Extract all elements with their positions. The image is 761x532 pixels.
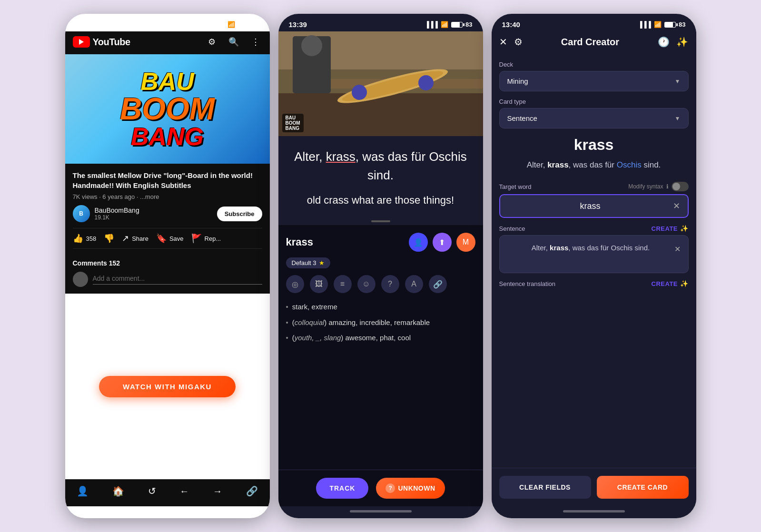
channel-avatar: B [73,205,90,222]
target-word-value: krass [508,201,673,211]
battery-icon-2 [451,22,463,28]
action-bar: 👍 358 👎 ↗ Share 🔖 Save 🚩 Rep... [73,228,262,249]
wifi-icon: 📶 [227,21,235,28]
modify-syntax-row: Modify syntax ℹ [628,182,688,191]
dislike-button[interactable]: 👎 [104,233,114,244]
dict-export-icon[interactable]: ⬆ [433,233,452,252]
comment-input[interactable]: Add a comment... [93,275,262,285]
report-button[interactable]: 🚩 Rep... [191,233,221,244]
cast-icon[interactable]: ⚙ [205,35,218,49]
translate-tab[interactable]: A [405,275,423,293]
subscribe-button[interactable]: Subscribe [217,207,262,221]
dict-migaku-icon[interactable]: M [456,233,475,252]
more-icon[interactable]: ⋮ [249,35,262,49]
reload-nav-icon[interactable]: ↺ [148,485,156,497]
comments-section: Comments 152 Add a comment... [65,253,270,294]
create-sparkle-2: ✨ [680,280,689,287]
cc-header-right: 🕐 ✨ [658,36,688,48]
home-indicator-1 [137,510,198,512]
create-label-text-2: CREATE [652,280,678,287]
sparkle-icon[interactable]: ✨ [676,36,688,48]
target-word-label: Target word [499,183,532,190]
definition-1: • stark, extreme [286,302,475,313]
cc-header-left: ✕ ⚙ [499,36,523,48]
comments-title: Comments 152 [73,259,262,267]
like-button[interactable]: 👍 358 [73,233,97,244]
sentence-clear[interactable]: ✕ [674,243,681,256]
oschis-highlight: Oschis [617,160,642,169]
svg-point-9 [301,35,322,56]
youth-em: youth, _, slang [295,334,341,342]
target-word-row: Target word Modify syntax ℹ [499,182,689,191]
share-icon: ↗ [122,233,129,244]
video-info: The smallest Mellow Drive "long"-Board i… [65,164,270,253]
search-icon[interactable]: 🔍 [227,35,240,49]
wifi-icon-3: 📶 [654,21,662,28]
youtube-logo: YouTube [73,36,130,48]
yt-toolbar-icons: ⚙ 🔍 ⋮ [205,35,262,49]
unknown-icon: ? [385,483,395,493]
deck-select[interactable]: Mining ▼ [499,71,689,91]
face-tab[interactable]: ☺ [357,275,376,293]
image-tab[interactable]: 🖼 [310,275,328,293]
sentence-preview: Alter, krass, was das für Oschis sind. [499,158,689,171]
status-bar-1: 13:32 ▐▐▐ 📶 86 [65,14,270,31]
unknown-button[interactable]: ? UNKNOWN [376,478,445,499]
save-button[interactable]: 🔖 Save [156,233,184,244]
status-icons-3: ▐▐▐ 📶 83 [638,21,685,28]
battery-pct-2: 83 [465,21,472,28]
settings-icon[interactable]: ⚙ [514,36,523,48]
watch-with-migaku-button[interactable]: WATCH WITH MIGAKU [99,376,236,397]
unknown-label: UNKNOWN [398,484,435,492]
channel-info: BauBoomBang 19.1K [95,207,139,221]
create-card-button[interactable]: CREATE CARD [597,476,689,499]
phone-dictionary: 13:39 ▐▐▐ 📶 83 [278,14,483,518]
forward-nav-icon[interactable]: → [213,486,222,497]
sentence-textarea[interactable]: Alter, krass, was das für Oschis sind. ✕ [499,235,689,273]
clock-icon[interactable]: 🕐 [658,36,670,48]
bbb-small-text: BAUBOOMBANG [286,115,300,131]
card-type-select[interactable]: Sentence ▼ [499,108,689,128]
bbb-text: BAU BOOM BANG [120,69,215,149]
share-button[interactable]: ↗ Share [122,233,148,244]
modify-syntax-toggle[interactable] [672,182,689,191]
subtitle-english: old crass what are those things! [288,192,474,208]
question-tab[interactable]: ? [381,275,399,293]
sentence-create-btn[interactable]: CREATE ✨ [652,225,689,232]
signal-icon: ▐▐▐ [211,21,225,28]
bbb-overlay: BAUBOOMBANG [282,114,304,132]
clear-fields-button[interactable]: CLEAR FIELDS [499,476,591,499]
video-thumbnail-2: BAUBOOMBANG [278,31,483,136]
close-icon[interactable]: ✕ [499,36,507,48]
home-nav-icon[interactable]: 🏠 [112,485,124,497]
migaku-btn-container: WATCH WITH MIGAKU [65,366,270,407]
back-nav-icon[interactable]: ← [179,486,189,497]
wifi-icon-2: 📶 [441,21,448,28]
modify-syntax-text: Modify syntax [628,183,663,190]
comment-input-row: Add a comment... [73,272,262,287]
dict-person-icon[interactable]: 👤 [409,233,428,252]
channel-row: B BauBoomBang 19.1K Subscribe [73,205,262,222]
card-type-label: Card type [499,98,689,105]
home-indicator-3 [563,510,625,512]
target-word-clear[interactable]: ✕ [673,201,680,211]
sentence-textarea-bold: krass [550,244,568,252]
text-tab[interactable]: ≡ [334,275,352,293]
link-nav-icon[interactable]: 🔗 [246,485,258,497]
profile-nav-icon[interactable]: 👤 [77,485,89,497]
battery-pct-1: 86 [252,21,259,28]
def-text-3: (youth, _, slang) awesome, phat, cool [292,333,411,344]
sentence-label: Sentence [499,225,525,232]
user-avatar [73,272,88,287]
yt-logo-icon [73,36,90,48]
link-tab[interactable]: 🔗 [429,275,447,293]
target-word-input[interactable]: krass ✕ [499,194,689,218]
translation-create-btn[interactable]: CREATE ✨ [652,280,689,287]
video-meta: 7K views · 6 years ago · ...more [73,193,262,200]
def-text-2: (colloquial) amazing, incredible, remark… [292,317,430,328]
info-icon: ℹ [666,183,669,190]
track-button[interactable]: TRACK [316,478,368,499]
channel-name: BauBoomBang [95,207,139,214]
audio-tab[interactable]: ◎ [286,275,304,293]
colloquial-em: colloquial [295,318,325,326]
